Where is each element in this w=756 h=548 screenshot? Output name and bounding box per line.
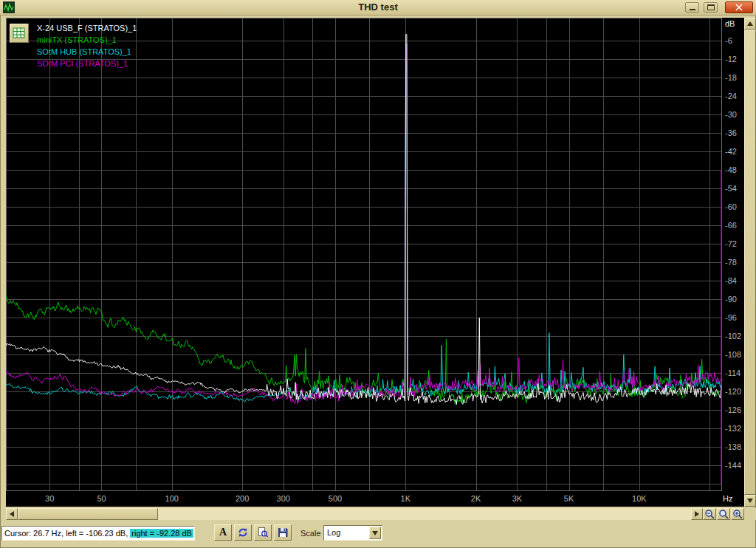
zoom-preview-button[interactable] (254, 524, 272, 541)
arrow-right-icon (695, 511, 699, 517)
y-tick-label: -120 (725, 387, 741, 396)
x-tick-label: 2K (461, 494, 491, 503)
close-button[interactable] (725, 1, 753, 13)
y-tick-label: -6 (725, 36, 732, 45)
x-tick-label: 3K (502, 494, 532, 503)
horizontal-scroll-thumb[interactable] (18, 508, 158, 520)
y-tick-label: -102 (725, 332, 741, 340)
y-tick-label: -60 (725, 202, 737, 211)
minimize-icon (688, 4, 697, 11)
x-tick-label: 10K (625, 494, 654, 503)
app-window: { "window": { "title": "THD test" }, "le… (0, 0, 756, 548)
y-tick-label: -18 (725, 73, 737, 82)
scroll-right-button[interactable] (691, 508, 703, 520)
x-tick-label: 500 (320, 494, 350, 503)
scroll-up-button[interactable] (744, 18, 756, 30)
scrollbar-corner (744, 508, 756, 520)
zoom-reset-button[interactable] (717, 508, 730, 520)
x-tick-label: 30 (35, 494, 64, 503)
zoom-out-button[interactable] (703, 508, 716, 520)
y-tick-label: -132 (725, 424, 741, 433)
y-tick-label: -144 (725, 461, 741, 470)
x-tick-label: 1K (391, 494, 420, 503)
y-axis-unit: dB (725, 19, 735, 28)
scroll-left-button[interactable] (6, 508, 18, 520)
scroll-down-button[interactable] (744, 495, 756, 507)
y-tick-label: -66 (725, 221, 737, 230)
floppy-disk-icon (277, 527, 289, 538)
magnifier-document-icon (257, 527, 269, 538)
spectrum-chart[interactable] (6, 18, 722, 491)
spectrum-table-button[interactable] (10, 24, 29, 43)
cursor-readout-left: Cursor: 26.7 Hz, left = -106.23 dB, (4, 529, 130, 538)
grid-icon (13, 27, 26, 40)
scale-value: Log (327, 526, 340, 540)
magnifier-plus-icon (732, 509, 743, 520)
refresh-button[interactable] (234, 524, 252, 541)
y-tick-label: -42 (725, 147, 737, 156)
cursor-status-field: Cursor: 26.7 Hz, left = -106.23 dB, righ… (1, 526, 195, 541)
y-tick-label: -30 (725, 110, 737, 119)
chevron-down-icon[interactable] (369, 527, 381, 539)
horizontal-scrollbar[interactable] (6, 508, 703, 520)
vertical-scrollbar[interactable] (744, 18, 756, 507)
arrow-up-icon (747, 21, 753, 26)
save-button[interactable] (274, 524, 292, 541)
scale-select[interactable]: Log (323, 525, 382, 541)
refresh-icon (237, 527, 249, 538)
magnifier-minus-icon (704, 509, 715, 520)
titlebar: THD test (0, 0, 756, 16)
y-tick-label: -54 (725, 184, 737, 193)
zoom-in-button[interactable] (731, 508, 744, 520)
y-tick-label: -48 (725, 165, 737, 174)
x-tick-label: 300 (269, 494, 298, 503)
y-tick-label: -114 (725, 369, 740, 377)
y-tick-label: -108 (725, 350, 741, 359)
arrow-left-icon (10, 511, 14, 517)
y-tick-label: -12 (725, 55, 737, 64)
font-button[interactable]: A (214, 524, 232, 541)
x-tick-label: 5K (554, 494, 584, 503)
y-tick-label: -36 (725, 129, 737, 137)
y-tick-label: -78 (725, 258, 737, 267)
close-icon (735, 4, 743, 11)
y-tick-label: -90 (725, 295, 737, 304)
x-tick-label: 50 (87, 494, 117, 503)
y-tick-label: -72 (725, 239, 737, 248)
magnifier-icon (718, 509, 729, 520)
font-button-label: A (219, 527, 227, 538)
y-tick-label: -138 (725, 442, 741, 451)
spectrum-plot-panel: dB-6-12-18-24-30-36-42-48-54-60-66-72-78… (6, 18, 744, 507)
x-tick-label: 100 (157, 494, 187, 503)
window-title: THD test (0, 0, 756, 15)
x-axis-unit: Hz (723, 494, 732, 503)
scale-label: Scale (300, 526, 321, 541)
maximize-button[interactable] (704, 2, 718, 13)
maximize-icon (707, 4, 715, 11)
arrow-down-icon (747, 499, 753, 503)
y-tick-label: -84 (725, 276, 737, 285)
y-tick-label: -24 (725, 92, 737, 100)
cursor-readout-right: right = -92.28 dB (130, 529, 193, 538)
y-tick-label: -126 (725, 405, 741, 414)
y-tick-label: -96 (725, 313, 737, 322)
x-tick-label: 200 (227, 494, 257, 503)
vertical-scroll-thumb[interactable] (744, 30, 756, 495)
minimize-button[interactable] (685, 2, 699, 13)
